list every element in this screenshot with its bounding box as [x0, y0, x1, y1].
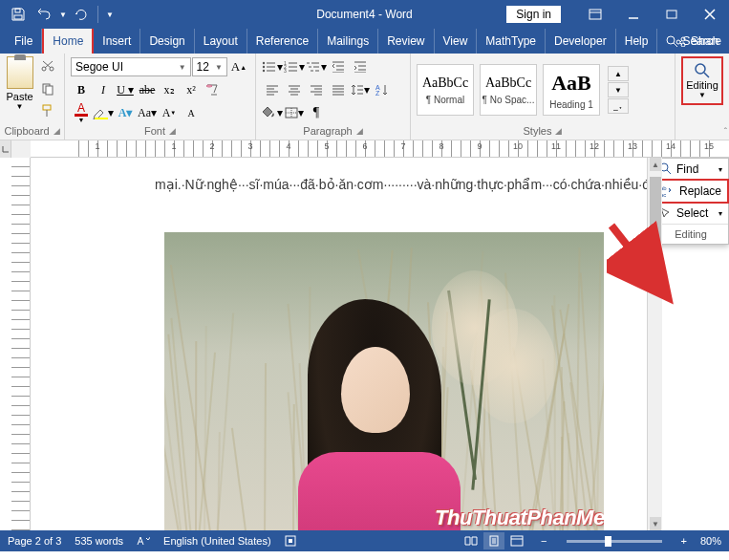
borders-button[interactable]: ▾ [284, 102, 305, 123]
editing-dropdown[interactable]: Editing ▼ [681, 56, 723, 105]
superscript-button[interactable]: x² [181, 79, 202, 100]
styles-more[interactable]: ⎯▾ [608, 98, 629, 114]
scroll-thumb[interactable] [650, 177, 661, 253]
italic-button[interactable]: I [93, 79, 114, 100]
numbering-button[interactable]: 123▾ [284, 56, 305, 77]
bold-button[interactable]: B [71, 79, 92, 100]
tab-file[interactable]: File [6, 29, 42, 54]
app-name: Word [385, 8, 412, 21]
styles-scroll-up[interactable]: ▲ [608, 66, 629, 81]
save-button[interactable] [6, 2, 31, 27]
subscript-button[interactable]: x₂ [159, 79, 180, 100]
clipboard-launcher[interactable]: ◢ [54, 126, 60, 136]
copy-button[interactable] [37, 78, 58, 99]
clear-format-button[interactable] [203, 79, 224, 100]
underline-button[interactable]: U ▾ [115, 79, 136, 100]
horizontal-ruler[interactable]: 112345678910111213141516 [31, 140, 729, 158]
zoom-level[interactable]: 80% [700, 535, 721, 547]
group-clipboard: Paste ▼ Clipboard ◢ [0, 54, 65, 140]
tab-selector[interactable] [0, 140, 11, 158]
change-case-button[interactable]: Aa▾ [137, 102, 158, 123]
multilevel-button[interactable]: ▾ [306, 56, 327, 77]
close-button[interactable] [691, 0, 729, 29]
macro-icon[interactable] [285, 535, 296, 547]
styles-scroll-down[interactable]: ▼ [608, 82, 629, 97]
grow-font-button[interactable]: A▲ [228, 56, 249, 77]
language-indicator[interactable]: English (United States) [163, 535, 271, 547]
align-center-button[interactable] [284, 79, 305, 100]
tab-layout[interactable]: Layout [195, 29, 247, 54]
print-layout-button[interactable] [483, 532, 504, 549]
styles-launcher[interactable]: ◢ [555, 126, 562, 136]
minimize-button[interactable] [614, 0, 653, 29]
svg-point-9 [263, 62, 265, 64]
cut-button[interactable] [37, 56, 58, 77]
shading-button[interactable]: ▾ [262, 102, 283, 123]
tab-review[interactable]: Review [378, 29, 434, 54]
strike-button[interactable]: abe [137, 79, 158, 100]
scroll-down-button[interactable]: ▼ [650, 517, 661, 530]
inline-image[interactable]: ThuThuatPhanMem.vn [164, 232, 604, 530]
read-mode-button[interactable] [461, 532, 482, 549]
sign-in-button[interactable]: Sign in [506, 6, 561, 23]
page-indicator[interactable]: Page 2 of 3 [8, 535, 61, 547]
vertical-ruler[interactable] [11, 158, 31, 530]
redo-button[interactable] [69, 2, 94, 27]
doc-name: Document4 [316, 8, 375, 21]
grow-font2-button[interactable]: A [181, 102, 202, 123]
svg-rect-6 [46, 86, 53, 95]
tab-mailings[interactable]: Mailings [318, 29, 378, 54]
ribbon-display-button[interactable] [576, 0, 614, 29]
collapse-ribbon-button[interactable]: ˆ [724, 127, 727, 138]
font-color-button[interactable]: A▼ [71, 102, 92, 123]
spellcheck-icon[interactable] [137, 535, 150, 547]
tab-help[interactable]: Help [616, 29, 658, 54]
tab-references[interactable]: Reference [247, 29, 318, 54]
paste-button[interactable]: Paste ▼ [6, 56, 33, 111]
share-button[interactable]: Share [675, 34, 721, 48]
document-page[interactable]: mại.·Nữ·nghệ···sĩ·múa···đã·bỏ·ăn·cơm····… [31, 158, 647, 530]
find-button[interactable]: Find▾ [654, 159, 728, 180]
highlight-button[interactable]: ▾ [93, 102, 114, 123]
maximize-button[interactable] [653, 0, 691, 29]
font-size-select[interactable]: 12▼ [192, 57, 227, 76]
body-text[interactable]: mại.·Nữ·nghệ···sĩ·múa···đã·bỏ·ăn·cơm····… [155, 175, 618, 196]
style-nospacing[interactable]: AaBbCc ¶ No Spac... [480, 64, 537, 116]
zoom-out-button[interactable]: − [541, 535, 547, 547]
undo-button[interactable] [32, 2, 57, 27]
justify-button[interactable] [328, 79, 349, 100]
align-right-button[interactable] [306, 79, 327, 100]
line-spacing-button[interactable]: ▾ [350, 79, 371, 100]
sort-button[interactable]: AZ [372, 79, 393, 100]
word-count[interactable]: 535 words [75, 535, 123, 547]
increase-indent-button[interactable] [350, 56, 371, 77]
paragraph-launcher[interactable]: ◢ [356, 126, 363, 136]
tab-insert[interactable]: Insert [94, 29, 140, 54]
tab-home[interactable]: Home [42, 27, 94, 54]
svg-rect-25 [511, 536, 523, 546]
style-heading1[interactable]: AaB Heading 1 [543, 64, 600, 116]
watermark-logo: ThuThuatPhanMem.vn [435, 506, 604, 530]
show-marks-button[interactable]: ¶ [306, 102, 327, 123]
zoom-in-button[interactable]: + [681, 535, 687, 547]
replace-button[interactable]: abac Replace [653, 179, 729, 204]
shrink-font-button[interactable]: A▼ [159, 102, 180, 123]
zoom-slider[interactable] [567, 540, 662, 543]
web-layout-button[interactable] [506, 532, 527, 549]
decrease-indent-button[interactable] [328, 56, 349, 77]
quick-access-toolbar: ▼ ▼ [0, 2, 118, 27]
vertical-scrollbar[interactable]: ▲ ▼ [647, 158, 662, 530]
font-launcher[interactable]: ◢ [169, 126, 176, 136]
tab-design[interactable]: Design [140, 29, 194, 54]
tab-developer[interactable]: Developer [546, 29, 616, 54]
align-left-button[interactable] [262, 79, 283, 100]
scroll-up-button[interactable]: ▲ [650, 158, 661, 171]
style-normal[interactable]: AaBbCc ¶ Normal [417, 64, 474, 116]
tab-view[interactable]: View [435, 29, 478, 54]
tab-mathtype[interactable]: MathType [477, 29, 546, 54]
select-button[interactable]: Select▾ [654, 203, 728, 224]
text-effects-button[interactable]: A▾ [115, 102, 136, 123]
font-name-select[interactable]: Segoe UI▼ [71, 57, 191, 76]
format-painter-button[interactable] [37, 100, 58, 121]
bullets-button[interactable]: ▾ [262, 56, 283, 77]
